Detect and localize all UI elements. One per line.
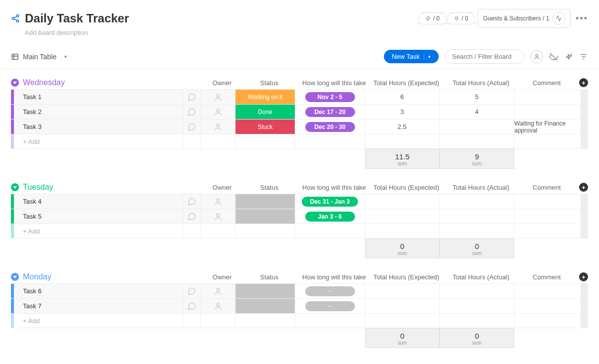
hide-icon[interactable] bbox=[549, 52, 558, 61]
integrations-counter[interactable]: / 0 bbox=[449, 12, 473, 24]
status-cell[interactable] bbox=[236, 284, 295, 298]
owner-cell[interactable] bbox=[201, 105, 236, 119]
add-row[interactable]: + Add bbox=[11, 224, 588, 239]
status-cell[interactable]: Done bbox=[236, 105, 295, 119]
board-title[interactable]: Daily Task Tracker bbox=[25, 11, 129, 25]
comment-cell[interactable]: Waiting for Finance approval bbox=[514, 120, 581, 134]
add-row-label[interactable]: + Add bbox=[14, 314, 183, 328]
table-row[interactable]: Task 4Dec 31 - Jan 3 bbox=[11, 194, 588, 209]
expected-cell[interactable]: 3 bbox=[365, 105, 440, 119]
expected-cell[interactable] bbox=[365, 299, 440, 313]
col-header-actual[interactable]: Total Hours (Actual) bbox=[444, 184, 518, 191]
task-name-cell[interactable]: Task 7 bbox=[14, 299, 183, 313]
col-header-how[interactable]: How long will this take bbox=[299, 273, 369, 281]
chat-button[interactable] bbox=[183, 284, 201, 298]
add-row[interactable]: + Add bbox=[11, 134, 588, 149]
chat-button[interactable] bbox=[183, 90, 201, 104]
task-name-cell[interactable]: Task 2 bbox=[14, 105, 183, 119]
table-row[interactable]: Task 6- bbox=[11, 283, 588, 298]
task-name-cell[interactable]: Task 1 bbox=[14, 90, 183, 104]
col-header-expected[interactable]: Total Hours (Expected) bbox=[369, 79, 444, 87]
owner-cell[interactable] bbox=[201, 90, 236, 104]
task-name-cell[interactable]: Task 5 bbox=[14, 209, 183, 224]
status-cell[interactable]: Stuck bbox=[236, 120, 295, 134]
status-cell[interactable]: Working on it bbox=[236, 90, 295, 104]
add-row-label[interactable]: + Add bbox=[14, 224, 183, 238]
timeline-cell[interactable]: Jan 3 - 6 bbox=[295, 209, 365, 224]
col-header-comment[interactable]: Comment bbox=[518, 273, 575, 281]
chat-button[interactable] bbox=[183, 194, 201, 209]
col-header-how[interactable]: How long will this take bbox=[299, 79, 369, 87]
timeline-cell[interactable]: Dec 20 - 30 bbox=[295, 120, 365, 134]
collapse-toggle[interactable] bbox=[11, 273, 19, 281]
add-row-label[interactable]: + Add bbox=[14, 134, 183, 148]
collapse-toggle[interactable] bbox=[11, 79, 19, 87]
chat-button[interactable] bbox=[183, 120, 201, 134]
owner-cell[interactable] bbox=[201, 194, 236, 209]
owner-cell[interactable] bbox=[201, 209, 236, 224]
group-name[interactable]: Monday bbox=[23, 272, 187, 281]
col-header-expected[interactable]: Total Hours (Expected) bbox=[369, 273, 444, 281]
actual-cell[interactable]: 4 bbox=[440, 105, 514, 119]
col-header-actual[interactable]: Total Hours (Actual) bbox=[444, 79, 518, 87]
comment-cell[interactable] bbox=[514, 299, 581, 313]
comment-cell[interactable] bbox=[514, 194, 581, 209]
col-header-status[interactable]: Status bbox=[240, 273, 299, 281]
group-name[interactable]: Wednesday bbox=[23, 78, 187, 87]
actual-cell[interactable] bbox=[440, 299, 514, 313]
expected-cell[interactable] bbox=[365, 194, 440, 209]
owner-cell[interactable] bbox=[201, 120, 236, 134]
chat-button[interactable] bbox=[183, 105, 201, 119]
comment-cell[interactable] bbox=[514, 209, 581, 224]
collapse-toggle[interactable] bbox=[11, 183, 19, 191]
col-header-how[interactable]: How long will this take bbox=[299, 184, 369, 191]
task-name-cell[interactable]: Task 6 bbox=[14, 284, 183, 298]
board-description[interactable]: Add board description bbox=[25, 29, 588, 36]
col-header-owner[interactable]: Owner bbox=[205, 184, 240, 191]
actual-cell[interactable] bbox=[440, 209, 514, 224]
chat-button[interactable] bbox=[183, 299, 201, 313]
comment-cell[interactable] bbox=[514, 105, 581, 119]
search-input[interactable] bbox=[445, 49, 524, 64]
filter-icon[interactable] bbox=[579, 52, 588, 61]
table-row[interactable]: Task 2DoneDec 17 - 2034 bbox=[11, 104, 588, 119]
col-header-expected[interactable]: Total Hours (Expected) bbox=[369, 184, 444, 191]
col-header-owner[interactable]: Owner bbox=[205, 273, 240, 281]
actual-cell[interactable] bbox=[440, 120, 514, 134]
task-name-cell[interactable]: Task 4 bbox=[14, 194, 183, 209]
expected-cell[interactable] bbox=[365, 209, 440, 224]
col-header-comment[interactable]: Comment bbox=[518, 79, 575, 87]
table-row[interactable]: Task 3StuckDec 20 - 302.5Waiting for Fin… bbox=[11, 119, 588, 134]
group-name[interactable]: Tuesday bbox=[23, 183, 187, 192]
table-row[interactable]: Task 1Working on itNov 2 - 565 bbox=[11, 89, 588, 104]
expected-cell[interactable]: 6 bbox=[365, 90, 440, 104]
actual-cell[interactable] bbox=[440, 194, 514, 209]
col-header-owner[interactable]: Owner bbox=[205, 79, 240, 87]
actual-cell[interactable]: 5 bbox=[440, 90, 514, 104]
timeline-cell[interactable]: Dec 31 - Jan 3 bbox=[295, 194, 365, 209]
table-row[interactable]: Task 5Jan 3 - 6 bbox=[11, 209, 588, 224]
new-task-button[interactable]: New Task ▾ bbox=[384, 50, 439, 63]
person-filter-button[interactable] bbox=[530, 50, 543, 63]
chat-button[interactable] bbox=[183, 209, 201, 224]
actual-cell[interactable] bbox=[440, 284, 514, 298]
comment-cell[interactable] bbox=[514, 284, 581, 298]
status-cell[interactable] bbox=[236, 299, 295, 313]
expected-cell[interactable] bbox=[365, 284, 440, 298]
col-header-status[interactable]: Status bbox=[240, 184, 299, 191]
timeline-cell[interactable]: - bbox=[295, 284, 365, 298]
guests-subscribers-button[interactable]: Guests & Subscribers / 1 bbox=[478, 9, 571, 28]
table-row[interactable]: Task 7- bbox=[11, 298, 588, 313]
timeline-cell[interactable]: - bbox=[295, 299, 365, 313]
pin-icon[interactable] bbox=[564, 52, 573, 61]
new-task-dropdown[interactable]: ▾ bbox=[424, 54, 431, 59]
automations-counter[interactable]: / 0 bbox=[421, 12, 444, 24]
owner-cell[interactable] bbox=[201, 299, 236, 313]
share-icon[interactable] bbox=[11, 14, 20, 23]
add-column-button[interactable]: + bbox=[579, 272, 588, 281]
status-cell[interactable] bbox=[236, 209, 295, 224]
task-name-cell[interactable]: Task 3 bbox=[14, 120, 183, 134]
add-column-button[interactable]: + bbox=[579, 78, 588, 87]
col-header-status[interactable]: Status bbox=[240, 79, 299, 87]
view-switcher[interactable]: Main Table ▾ bbox=[11, 53, 67, 61]
